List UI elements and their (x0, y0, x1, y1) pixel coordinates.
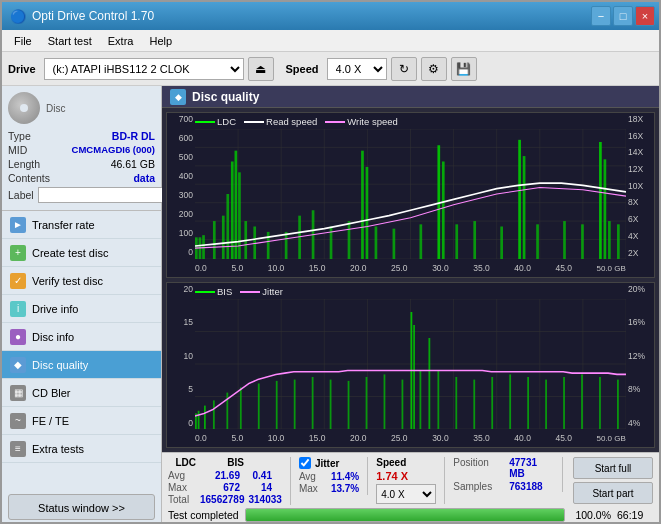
disc-quality-label: Disc quality (32, 359, 88, 371)
svg-rect-23 (226, 194, 229, 259)
status-text: Test completed (168, 509, 239, 521)
total-label: Total (168, 494, 196, 505)
svg-rect-46 (523, 156, 526, 259)
ldc-chart-legend: LDC Read speed Write speed (195, 116, 398, 127)
svg-rect-21 (213, 221, 216, 259)
sidebar-item-drive-info[interactable]: iDrive info (2, 295, 161, 323)
svg-rect-94 (545, 380, 547, 429)
avg-jitter: 11.4% (331, 471, 359, 482)
create-test-disc-label: Create test disc (32, 247, 108, 259)
speed-dropdown[interactable]: 4.0 X (376, 484, 436, 504)
chart1-x-axis: 0.0 5.0 10.0 15.0 20.0 25.0 30.0 35.0 40… (195, 259, 626, 277)
sidebar-item-create-test-disc[interactable]: +Create test disc (2, 239, 161, 267)
verify-test-disc-label: Verify test disc (32, 275, 103, 287)
minimize-button[interactable]: − (591, 6, 611, 26)
avg-ldc: 21.69 (200, 470, 240, 481)
svg-rect-75 (258, 384, 260, 430)
jitter-label: Jitter (315, 458, 339, 469)
speed-selector[interactable]: 4.0 X (327, 58, 387, 80)
position-label: Position (453, 457, 503, 479)
sidebar-item-extra-tests[interactable]: ≡Extra tests (2, 435, 161, 463)
transfer-rate-label: Transfer rate (32, 219, 95, 231)
status-window-button[interactable]: Status window >> (8, 494, 155, 520)
content-title: Disc quality (192, 90, 259, 104)
drive-selector[interactable]: (k:) ATAPI iHBS112 2 CLOK (44, 58, 244, 80)
sidebar-item-disc-quality[interactable]: ◆Disc quality (2, 351, 161, 379)
svg-rect-87 (428, 338, 430, 429)
legend-jitter: Jitter (240, 286, 283, 297)
menubar: FileStart testExtraHelp (2, 30, 659, 52)
progress-area: Test completed 100.0% 66:19 (168, 508, 653, 522)
jitter-checkbox[interactable] (299, 457, 311, 469)
extra-tests-label: Extra tests (32, 443, 84, 455)
svg-rect-72 (213, 400, 215, 429)
maximize-button[interactable]: □ (613, 6, 633, 26)
disc-info-icon: ● (10, 329, 26, 345)
extra-tests-icon: ≡ (10, 441, 26, 457)
total-bis: 314033 (249, 494, 282, 505)
chart2-y-left: 20 15 10 5 0 (167, 283, 195, 427)
legend-write-speed: Write speed (325, 116, 398, 127)
svg-rect-20 (202, 235, 205, 259)
window-controls: − □ × (591, 6, 655, 26)
ldc-chart: LDC Read speed Write speed 700 600 500 (166, 112, 655, 278)
sidebar: Disc Type BD-R DL MID CMCMAGDI6 (000) Le… (2, 86, 162, 524)
disc-label-row: Label 🔍 (8, 186, 155, 204)
menu-item-file[interactable]: File (6, 33, 40, 49)
menu-item-start-test[interactable]: Start test (40, 33, 100, 49)
svg-rect-50 (599, 142, 602, 259)
charts-area: LDC Read speed Write speed 700 600 500 (162, 108, 659, 452)
drive-label: Drive (8, 63, 36, 75)
svg-rect-34 (348, 221, 351, 259)
settings-button[interactable]: ⚙ (421, 57, 447, 81)
progress-percent: 100.0% (571, 509, 611, 521)
menu-item-help[interactable]: Help (141, 33, 180, 49)
refresh-button[interactable]: ↻ (391, 57, 417, 81)
sidebar-item-verify-test-disc[interactable]: ✓Verify test disc (2, 267, 161, 295)
disc-mid-row: MID CMCMAGDI6 (000) (8, 144, 155, 156)
close-button[interactable]: × (635, 6, 655, 26)
sidebar-item-fe-te[interactable]: ~FE / TE (2, 407, 161, 435)
avg-label: Avg (168, 470, 196, 481)
bis-header: BIS (216, 457, 244, 468)
svg-rect-48 (563, 221, 566, 259)
svg-rect-96 (581, 374, 583, 429)
main-container: Disc Type BD-R DL MID CMCMAGDI6 (000) Le… (2, 86, 659, 524)
position-value: 47731 MB (509, 457, 554, 479)
disc-length-row: Length 46.61 GB (8, 158, 155, 170)
disc-label-input[interactable] (38, 187, 171, 203)
svg-rect-85 (413, 325, 415, 429)
start-full-button[interactable]: Start full (573, 457, 653, 479)
eject-button[interactable]: ⏏ (248, 57, 274, 81)
speed-value: 1.74 X (376, 470, 436, 482)
fe-te-icon: ~ (10, 413, 26, 429)
progress-bar (245, 508, 565, 522)
svg-rect-86 (419, 371, 421, 430)
disc-icon (8, 92, 40, 124)
start-part-button[interactable]: Start part (573, 482, 653, 504)
svg-rect-36 (366, 167, 369, 259)
drive-info-label: Drive info (32, 303, 78, 315)
menu-item-extra[interactable]: Extra (100, 33, 142, 49)
save-button[interactable]: 💾 (451, 57, 477, 81)
chart1-y-left: 700 600 500 400 300 200 100 0 (167, 113, 195, 257)
sidebar-item-cd-bler[interactable]: ▦CD Bler (2, 379, 161, 407)
svg-rect-49 (581, 224, 584, 259)
sidebar-item-transfer-rate[interactable]: ►Transfer rate (2, 211, 161, 239)
svg-rect-89 (455, 377, 457, 429)
svg-rect-88 (437, 371, 439, 430)
chart2-x-axis: 0.0 5.0 10.0 15.0 20.0 25.0 30.0 35.0 40… (195, 429, 626, 447)
time-label: 66:19 (617, 509, 653, 521)
samples-value: 763188 (509, 481, 542, 492)
verify-test-disc-icon: ✓ (10, 273, 26, 289)
disc-quality-icon: ◆ (10, 357, 26, 373)
svg-rect-44 (500, 227, 503, 260)
sidebar-item-disc-info[interactable]: ●Disc info (2, 323, 161, 351)
action-buttons: Start full Start part (573, 457, 653, 504)
svg-rect-22 (222, 216, 225, 259)
svg-rect-24 (231, 162, 234, 260)
svg-rect-78 (312, 377, 314, 429)
svg-rect-45 (518, 140, 521, 259)
speed-header: Speed (376, 457, 436, 468)
svg-rect-92 (509, 374, 511, 429)
